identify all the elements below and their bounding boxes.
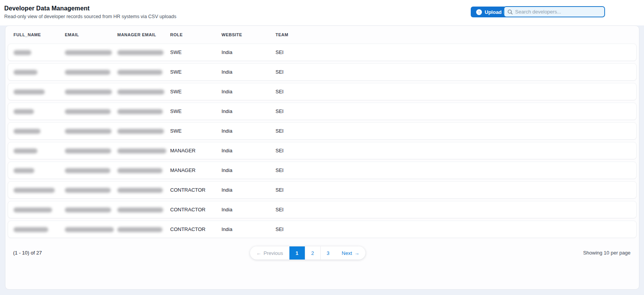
redacted-text — [65, 188, 111, 193]
redacted-text — [65, 129, 112, 134]
cell-website: India — [221, 187, 276, 193]
table-row: SWEIndiaSEI — [8, 63, 637, 81]
next-page-button[interactable]: Next → — [336, 246, 366, 260]
cell-full-name — [14, 148, 65, 153]
cell-email — [65, 108, 117, 114]
table-row: SWEIndiaSEI — [8, 103, 637, 120]
cell-full-name — [14, 207, 65, 212]
redacted-text — [117, 89, 164, 94]
redacted-text — [117, 70, 162, 75]
pagination: ← Previous 123 Next → — [250, 246, 365, 260]
page-subtitle: Read-only view of developer records sour… — [4, 14, 176, 19]
redacted-text — [117, 148, 166, 153]
table-row: CONTRACTORIndiaSEI — [8, 221, 637, 238]
cell-role: SWE — [170, 89, 221, 94]
table-body: SWEIndiaSEISWEIndiaSEISWEIndiaSEISWEIndi… — [5, 44, 639, 238]
search-input[interactable] — [515, 9, 601, 15]
cell-manager-email — [117, 187, 170, 193]
previous-page-button[interactable]: ← Previous — [250, 246, 289, 260]
redacted-text — [14, 89, 45, 94]
cell-team: SEI — [276, 128, 634, 134]
page-button-2[interactable]: 2 — [305, 246, 320, 260]
redacted-text — [65, 70, 110, 75]
next-arrow-icon: → — [354, 250, 359, 256]
cell-email — [65, 128, 117, 134]
cell-full-name — [14, 89, 65, 94]
cell-website: India — [221, 167, 276, 173]
cell-website: India — [221, 148, 276, 153]
column-header-full-name: FULL_NAME — [14, 32, 65, 37]
redacted-text — [117, 188, 163, 193]
cell-email — [65, 226, 117, 232]
cell-role: SWE — [170, 128, 221, 134]
cell-manager-email — [117, 128, 170, 134]
redacted-text — [117, 50, 164, 55]
cell-website: India — [221, 207, 276, 212]
redacted-text — [65, 168, 110, 173]
cell-manager-email — [117, 207, 170, 212]
column-header-team: TEAM — [276, 32, 637, 37]
per-page-label: Showing 10 per page — [583, 250, 630, 256]
redacted-text — [117, 129, 164, 134]
next-label: Next — [342, 250, 352, 256]
cell-website: India — [221, 108, 276, 114]
cell-manager-email — [117, 167, 170, 173]
redacted-text — [14, 168, 34, 173]
cell-manager-email — [117, 148, 170, 153]
column-header-website: WEBSITE — [221, 32, 276, 37]
cell-email — [65, 49, 117, 55]
cell-manager-email — [117, 226, 170, 232]
cell-team: SEI — [276, 148, 634, 153]
table-header-row: FULL_NAME EMAIL MANAGER EMAIL ROLE WEBSI… — [5, 26, 639, 44]
page-button-3[interactable]: 3 — [320, 246, 336, 260]
cell-full-name — [14, 108, 65, 114]
cell-full-name — [14, 69, 65, 75]
cell-website: India — [221, 128, 276, 134]
table-row: SWEIndiaSEI — [8, 122, 637, 140]
cell-role: SWE — [170, 69, 221, 75]
cell-role: CONTRACTOR — [170, 187, 221, 193]
cell-role: MANAGER — [170, 167, 221, 173]
cell-full-name — [14, 167, 65, 173]
cell-team: SEI — [276, 167, 634, 173]
redacted-text — [65, 207, 111, 212]
cell-team: SEI — [276, 226, 634, 232]
redacted-text — [14, 227, 48, 232]
cell-team: SEI — [276, 89, 634, 94]
redacted-text — [65, 148, 111, 153]
table-row: MANAGERIndiaSEI — [8, 162, 637, 179]
redacted-text — [14, 70, 37, 75]
upload-icon: ↑ — [476, 9, 482, 15]
column-header-email: EMAIL — [65, 32, 117, 37]
cell-team: SEI — [276, 207, 634, 212]
search-box[interactable] — [504, 6, 605, 17]
cell-full-name — [14, 128, 65, 134]
cell-website: India — [221, 69, 276, 75]
table-row: MANAGERIndiaSEI — [8, 142, 637, 159]
cell-role: SWE — [170, 49, 221, 55]
cell-full-name — [14, 49, 65, 55]
cell-manager-email — [117, 89, 170, 94]
redacted-text — [117, 168, 162, 173]
cell-role: SWE — [170, 108, 221, 114]
result-range-label: (1 - 10) of 27 — [13, 250, 42, 256]
page-button-1[interactable]: 1 — [289, 246, 305, 260]
table-row: SWEIndiaSEI — [8, 83, 637, 100]
redacted-text — [14, 207, 52, 212]
redacted-text — [14, 129, 41, 134]
cell-manager-email — [117, 108, 170, 114]
table-row: CONTRACTORIndiaSEI — [8, 181, 637, 199]
cell-website: India — [221, 89, 276, 94]
cell-role: CONTRACTOR — [170, 207, 221, 212]
cell-manager-email — [117, 69, 170, 75]
cell-email — [65, 69, 117, 75]
developer-table-card: FULL_NAME EMAIL MANAGER EMAIL ROLE WEBSI… — [5, 25, 639, 290]
redacted-text — [117, 207, 163, 212]
table-row: CONTRACTORIndiaSEI — [8, 201, 637, 218]
header-band: Developer Data Management Read-only view… — [0, 0, 644, 25]
redacted-text — [14, 148, 37, 153]
cell-email — [65, 207, 117, 212]
redacted-text — [14, 50, 31, 55]
redacted-text — [117, 227, 162, 232]
redacted-text — [14, 109, 34, 114]
